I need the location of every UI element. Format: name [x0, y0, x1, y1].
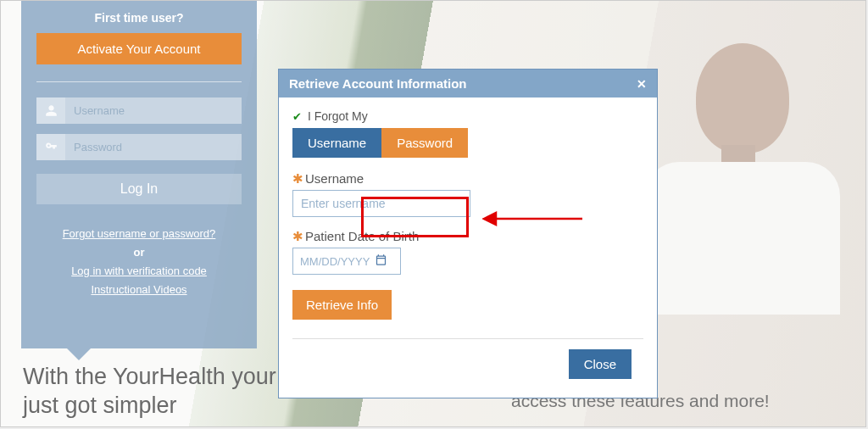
calendar-icon[interactable] [375, 254, 387, 269]
forgot-link[interactable]: Forgot username or password? [63, 227, 216, 240]
first-time-label: First time user? [36, 11, 242, 25]
dob-label: ✱Patient Date of Birth [292, 229, 643, 244]
required-icon: ✱ [292, 171, 303, 186]
i-forgot-my-label: I Forgot My [308, 109, 368, 123]
username-field-wrap [36, 98, 242, 124]
dob-field-wrap [292, 248, 401, 275]
or-label: or [36, 243, 242, 262]
close-icon[interactable]: ✕ [637, 77, 647, 91]
modal-header: Retrieve Account Information ✕ [279, 70, 657, 98]
divider [36, 81, 242, 82]
sidebar-links: Forgot username or password? or Log in w… [36, 225, 242, 299]
retrieve-info-button[interactable]: Retrieve Info [292, 290, 392, 320]
key-icon [36, 134, 65, 160]
tab-username[interactable]: Username [292, 128, 381, 158]
close-button[interactable]: Close [569, 349, 632, 379]
instructional-videos-link[interactable]: Instructional Videos [91, 283, 186, 296]
modal-title: Retrieve Account Information [289, 76, 466, 91]
modal-body: ✔ I Forgot My Username Password ✱Usernam… [279, 98, 657, 398]
modal-username-input[interactable] [292, 190, 470, 217]
tab-password[interactable]: Password [381, 128, 468, 158]
modal-footer: Close [292, 338, 643, 389]
required-icon: ✱ [292, 229, 303, 243]
login-sidebar: First time user? Activate Your Account L… [21, 1, 257, 348]
password-input[interactable] [65, 134, 242, 160]
activate-account-button[interactable]: Activate Your Account [36, 33, 242, 64]
login-button[interactable]: Log In [36, 174, 242, 204]
username-input[interactable] [65, 98, 242, 124]
username-label: ✱Username [292, 171, 643, 187]
forgot-toggle: Username Password [292, 128, 643, 158]
verify-code-link[interactable]: Log in with verification code [71, 265, 207, 277]
sidebar-caret [67, 348, 91, 360]
forgot-label-row: ✔ I Forgot My [292, 109, 643, 123]
retrieve-account-modal: Retrieve Account Information ✕ ✔ I Forgo… [278, 69, 658, 398]
dob-input[interactable] [300, 255, 375, 268]
check-icon: ✔ [292, 110, 302, 123]
password-field-wrap [36, 134, 242, 160]
user-icon [36, 98, 65, 124]
